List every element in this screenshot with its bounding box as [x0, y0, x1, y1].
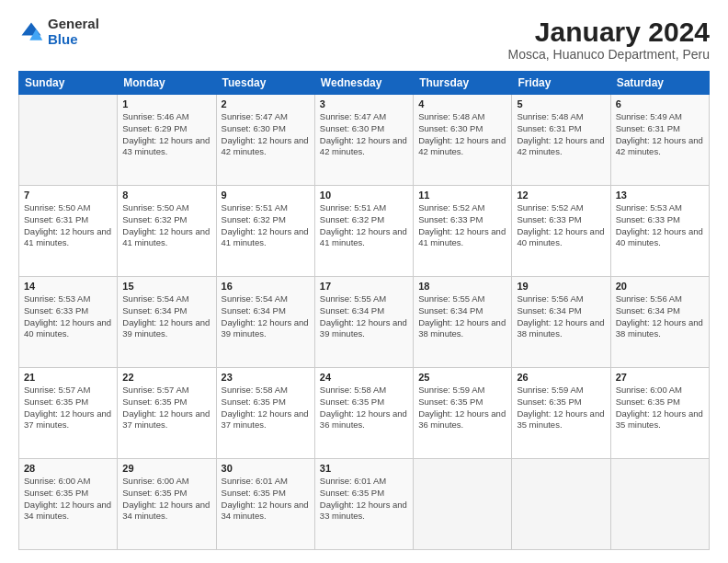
calendar-day-cell: 19 Sunrise: 5:56 AMSunset: 6:34 PMDaylig… [512, 277, 610, 368]
day-info: Sunrise: 5:47 AMSunset: 6:30 PMDaylight:… [222, 111, 309, 156]
day-number: 11 [418, 190, 506, 201]
day-info: Sunrise: 5:48 AMSunset: 6:31 PMDaylight:… [517, 111, 604, 156]
day-number: 23 [222, 372, 310, 383]
day-info: Sunrise: 6:00 AMSunset: 6:35 PMDaylight:… [122, 476, 210, 521]
calendar-day-cell: 25 Sunrise: 5:59 AMSunset: 6:35 PMDaylig… [414, 368, 512, 459]
day-number: 7 [24, 190, 112, 201]
calendar-day-cell [414, 459, 512, 550]
calendar-day-cell: 17 Sunrise: 5:55 AMSunset: 6:34 PMDaylig… [314, 277, 413, 368]
day-info: Sunrise: 5:55 AMSunset: 6:34 PMDaylight:… [320, 293, 407, 339]
day-info: Sunrise: 5:51 AMSunset: 6:32 PMDaylight:… [320, 202, 407, 247]
day-number: 17 [320, 281, 408, 292]
day-number: 21 [24, 372, 112, 383]
day-info: Sunrise: 6:01 AMSunset: 6:35 PMDaylight:… [320, 476, 407, 521]
day-info: Sunrise: 5:58 AMSunset: 6:35 PMDaylight:… [222, 385, 309, 430]
day-number: 18 [418, 281, 506, 292]
day-number: 28 [24, 463, 112, 474]
weekday-header: Tuesday [216, 72, 314, 95]
day-info: Sunrise: 6:01 AMSunset: 6:35 PMDaylight:… [222, 476, 309, 521]
calendar-day-cell: 1 Sunrise: 5:46 AMSunset: 6:29 PMDayligh… [118, 95, 216, 186]
logo-icon [18, 19, 44, 45]
calendar-day-cell [610, 459, 709, 550]
day-number: 31 [320, 463, 408, 474]
day-number: 15 [122, 281, 210, 292]
day-number: 2 [222, 98, 310, 109]
calendar-day-cell: 26 Sunrise: 5:59 AMSunset: 6:35 PMDaylig… [512, 368, 610, 459]
calendar-week-row: 1 Sunrise: 5:46 AMSunset: 6:29 PMDayligh… [19, 95, 710, 186]
calendar-day-cell: 2 Sunrise: 5:47 AMSunset: 6:30 PMDayligh… [216, 95, 314, 186]
day-number: 5 [517, 98, 605, 109]
day-number: 24 [320, 372, 408, 383]
calendar-day-cell: 27 Sunrise: 6:00 AMSunset: 6:35 PMDaylig… [610, 368, 709, 459]
day-info: Sunrise: 6:00 AMSunset: 6:35 PMDaylight:… [616, 385, 703, 430]
weekday-header: Monday [118, 72, 216, 95]
day-number: 14 [24, 281, 112, 292]
calendar-day-cell: 10 Sunrise: 5:51 AMSunset: 6:32 PMDaylig… [314, 186, 413, 277]
day-info: Sunrise: 5:56 AMSunset: 6:34 PMDaylight:… [517, 293, 604, 339]
day-number: 19 [517, 281, 605, 292]
day-info: Sunrise: 5:47 AMSunset: 6:30 PMDaylight:… [320, 111, 407, 156]
calendar-day-cell: 23 Sunrise: 5:58 AMSunset: 6:35 PMDaylig… [216, 368, 314, 459]
day-info: Sunrise: 5:59 AMSunset: 6:35 PMDaylight:… [517, 385, 604, 430]
calendar-day-cell: 16 Sunrise: 5:54 AMSunset: 6:34 PMDaylig… [216, 277, 314, 368]
calendar-day-cell: 13 Sunrise: 5:53 AMSunset: 6:33 PMDaylig… [610, 186, 709, 277]
page: General Blue January 2024 Mosca, Huanuco… [0, 0, 728, 563]
day-number: 9 [222, 190, 310, 201]
weekday-header: Saturday [610, 72, 709, 95]
weekday-header: Thursday [414, 72, 512, 95]
logo-blue: Blue [48, 32, 99, 48]
calendar-header-row: SundayMondayTuesdayWednesdayThursdayFrid… [19, 72, 710, 95]
calendar-table: SundayMondayTuesdayWednesdayThursdayFrid… [18, 71, 710, 550]
calendar-day-cell: 11 Sunrise: 5:52 AMSunset: 6:33 PMDaylig… [414, 186, 512, 277]
day-number: 25 [418, 372, 506, 383]
day-number: 3 [320, 98, 408, 109]
day-number: 30 [222, 463, 310, 474]
day-number: 13 [616, 190, 704, 201]
calendar-week-row: 14 Sunrise: 5:53 AMSunset: 6:33 PMDaylig… [19, 277, 710, 368]
calendar-day-cell: 24 Sunrise: 5:58 AMSunset: 6:35 PMDaylig… [314, 368, 413, 459]
day-info: Sunrise: 5:54 AMSunset: 6:34 PMDaylight:… [222, 293, 309, 339]
day-number: 4 [418, 98, 506, 109]
calendar-day-cell: 28 Sunrise: 6:00 AMSunset: 6:35 PMDaylig… [19, 459, 118, 550]
calendar-day-cell: 8 Sunrise: 5:50 AMSunset: 6:32 PMDayligh… [118, 186, 216, 277]
logo-general: General [48, 17, 99, 32]
calendar-day-cell: 4 Sunrise: 5:48 AMSunset: 6:30 PMDayligh… [414, 95, 512, 186]
calendar-day-cell: 14 Sunrise: 5:53 AMSunset: 6:33 PMDaylig… [19, 277, 118, 368]
day-info: Sunrise: 5:57 AMSunset: 6:35 PMDaylight:… [24, 385, 111, 430]
calendar-day-cell: 30 Sunrise: 6:01 AMSunset: 6:35 PMDaylig… [216, 459, 314, 550]
day-info: Sunrise: 5:55 AMSunset: 6:34 PMDaylight:… [418, 293, 506, 339]
calendar-week-row: 21 Sunrise: 5:57 AMSunset: 6:35 PMDaylig… [19, 368, 710, 459]
day-number: 27 [616, 372, 704, 383]
day-info: Sunrise: 5:50 AMSunset: 6:32 PMDaylight:… [122, 202, 210, 247]
day-number: 22 [122, 372, 210, 383]
calendar-day-cell: 12 Sunrise: 5:52 AMSunset: 6:33 PMDaylig… [512, 186, 610, 277]
day-info: Sunrise: 5:57 AMSunset: 6:35 PMDaylight:… [122, 385, 210, 430]
calendar-day-cell: 15 Sunrise: 5:54 AMSunset: 6:34 PMDaylig… [118, 277, 216, 368]
day-info: Sunrise: 5:59 AMSunset: 6:35 PMDaylight:… [418, 385, 506, 430]
day-info: Sunrise: 5:46 AMSunset: 6:29 PMDaylight:… [122, 111, 210, 156]
calendar-week-row: 28 Sunrise: 6:00 AMSunset: 6:35 PMDaylig… [19, 459, 710, 550]
day-number: 16 [222, 281, 310, 292]
day-number: 6 [616, 98, 704, 109]
weekday-header: Sunday [19, 72, 118, 95]
day-info: Sunrise: 5:50 AMSunset: 6:31 PMDaylight:… [24, 202, 111, 247]
calendar-title: January 2024 [508, 17, 710, 47]
day-number: 26 [517, 372, 605, 383]
calendar-day-cell: 5 Sunrise: 5:48 AMSunset: 6:31 PMDayligh… [512, 95, 610, 186]
day-number: 20 [616, 281, 704, 292]
weekday-header: Wednesday [314, 72, 413, 95]
day-info: Sunrise: 5:48 AMSunset: 6:30 PMDaylight:… [418, 111, 506, 156]
calendar-week-row: 7 Sunrise: 5:50 AMSunset: 6:31 PMDayligh… [19, 186, 710, 277]
day-number: 1 [122, 98, 210, 109]
calendar-day-cell [19, 95, 118, 186]
day-info: Sunrise: 5:53 AMSunset: 6:33 PMDaylight:… [616, 202, 703, 247]
logo-text: General Blue [48, 17, 99, 47]
logo: General Blue [18, 17, 99, 47]
day-info: Sunrise: 5:52 AMSunset: 6:33 PMDaylight:… [517, 202, 604, 247]
calendar-day-cell: 6 Sunrise: 5:49 AMSunset: 6:31 PMDayligh… [610, 95, 709, 186]
calendar-day-cell: 20 Sunrise: 5:56 AMSunset: 6:34 PMDaylig… [610, 277, 709, 368]
day-info: Sunrise: 5:58 AMSunset: 6:35 PMDaylight:… [320, 385, 407, 430]
calendar-day-cell: 9 Sunrise: 5:51 AMSunset: 6:32 PMDayligh… [216, 186, 314, 277]
day-number: 8 [122, 190, 210, 201]
day-info: Sunrise: 5:52 AMSunset: 6:33 PMDaylight:… [418, 202, 506, 247]
